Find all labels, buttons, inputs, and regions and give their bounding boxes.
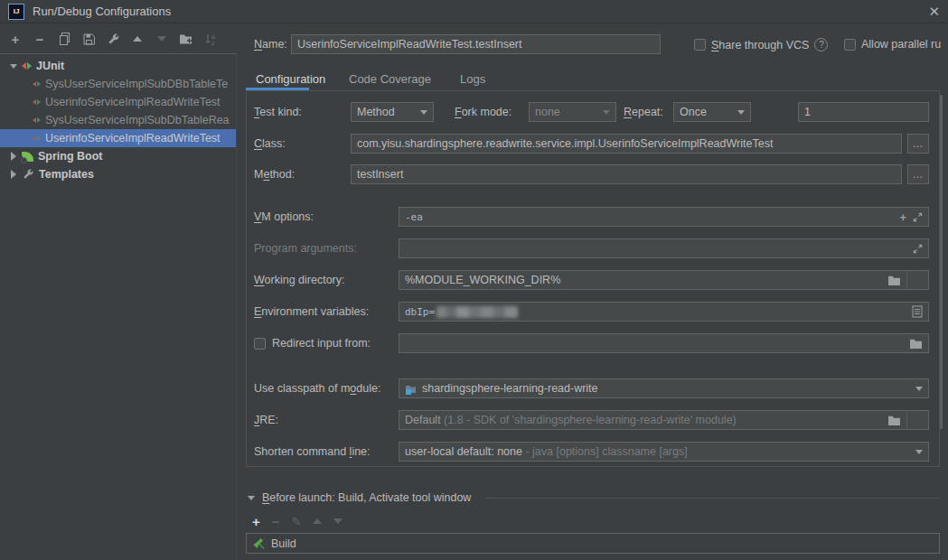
expand-field-icon[interactable] bbox=[913, 212, 923, 222]
save-configuration-icon[interactable] bbox=[81, 32, 96, 46]
tab-logs[interactable]: Logs bbox=[460, 72, 485, 86]
junit-test-icon bbox=[33, 135, 41, 141]
test-kind-label: Test kind: bbox=[254, 102, 302, 122]
expand-field-icon[interactable] bbox=[913, 244, 923, 254]
copy-configuration-icon[interactable] bbox=[57, 32, 71, 46]
templates-wrench-icon bbox=[22, 168, 34, 181]
tree-group-junit[interactable]: JUnit bbox=[0, 57, 236, 75]
junit-test-icon bbox=[33, 117, 41, 123]
environment-variables-label: Environment variables: bbox=[254, 302, 369, 322]
tree-item-configuration[interactable]: UserinfoServiceImplReadWriteTest bbox=[0, 93, 236, 111]
chevron-down-icon bbox=[603, 110, 610, 115]
class-label: Class: bbox=[254, 134, 286, 154]
share-vcs-label: Share through VCS bbox=[711, 39, 809, 51]
tree-item-label: UserinfoServiceImplReadWriteTest bbox=[45, 96, 221, 108]
before-launch-toolbar: + − ✎ bbox=[252, 513, 343, 529]
build-hammer-icon bbox=[252, 537, 266, 550]
browse-variables-icon[interactable] bbox=[912, 305, 923, 318]
fork-mode-select: none bbox=[529, 102, 616, 122]
test-kind-select[interactable]: Method bbox=[351, 102, 434, 122]
collapsed-chevron-icon[interactable] bbox=[11, 170, 16, 179]
section-collapse-icon[interactable] bbox=[248, 496, 255, 500]
class-browse-button[interactable]: … bbox=[907, 134, 929, 154]
program-arguments-input[interactable] bbox=[399, 238, 929, 258]
tree-item-label: SysUserServiceImplSubDBbTableTe bbox=[45, 78, 228, 90]
vm-options-input[interactable]: -ea + bbox=[399, 207, 929, 227]
repeat-count-input[interactable]: 1 bbox=[798, 102, 929, 122]
edit-defaults-wrench-icon[interactable] bbox=[106, 32, 120, 46]
environment-variables-input[interactable]: dbIp= bbox=[399, 302, 929, 322]
redirect-input-field[interactable] bbox=[399, 333, 929, 353]
tree-group-templates[interactable]: Templates bbox=[0, 165, 236, 183]
name-label: Name: bbox=[254, 34, 287, 54]
configurations-tree: JUnit SysUserServiceImplSubDBbTableTe Us… bbox=[0, 53, 237, 560]
allow-parallel-option[interactable]: Allow parallel ru bbox=[844, 38, 941, 51]
collapsed-chevron-icon[interactable] bbox=[11, 152, 16, 161]
dialog-title: Run/Debug Configurations bbox=[33, 5, 171, 18]
edit-task-pencil-icon: ✎ bbox=[292, 515, 302, 528]
jre-dropdown-button[interactable] bbox=[906, 410, 929, 430]
new-folder-icon[interactable] bbox=[179, 32, 193, 46]
working-directory-dropdown-button[interactable] bbox=[906, 270, 929, 290]
classpath-module-select[interactable]: shardingsphere-learning-read-write bbox=[399, 378, 929, 398]
help-icon[interactable]: ? bbox=[814, 38, 828, 51]
junit-icon bbox=[22, 62, 32, 70]
class-input[interactable]: com.yisu.shardingsphere.readwrite.servic… bbox=[351, 134, 902, 154]
chevron-down-icon bbox=[420, 110, 427, 115]
method-label: Method: bbox=[254, 164, 295, 184]
sort-alphabetically-icon[interactable]: az bbox=[203, 32, 218, 46]
move-up-icon[interactable] bbox=[130, 32, 145, 46]
tree-item-configuration-selected[interactable]: UserinfoServiceImplReadWriteTest bbox=[0, 129, 236, 147]
tab-code-coverage[interactable]: Code Coverage bbox=[349, 72, 431, 86]
spring-boot-icon bbox=[22, 152, 33, 162]
move-task-down-icon bbox=[333, 518, 343, 524]
working-directory-label: Working directory: bbox=[254, 270, 345, 290]
before-launch-header[interactable]: Before launch: Build, Activate tool wind… bbox=[248, 489, 940, 507]
add-configuration-button[interactable]: + bbox=[8, 32, 23, 46]
tree-item-label: SysUserServiceImplSubDbTableRea bbox=[45, 114, 230, 126]
redacted-value-blur bbox=[436, 306, 518, 318]
shorten-command-line-select[interactable]: user-local default: none - java [options… bbox=[399, 442, 929, 462]
add-vm-option-icon[interactable]: + bbox=[899, 211, 906, 223]
tree-item-configuration[interactable]: SysUserServiceImplSubDBbTableTe bbox=[0, 75, 236, 93]
jre-select[interactable]: Default (1.8 - SDK of 'shardingsphere-le… bbox=[399, 410, 907, 430]
tree-group-label: JUnit bbox=[36, 60, 64, 72]
method-browse-button[interactable]: … bbox=[907, 164, 929, 184]
move-task-up-icon bbox=[313, 518, 322, 524]
redirect-input-checkbox[interactable] bbox=[254, 338, 266, 350]
add-task-button[interactable]: + bbox=[252, 515, 260, 528]
tree-group-spring-boot[interactable]: Spring Boot bbox=[0, 147, 236, 165]
folder-icon[interactable] bbox=[909, 338, 923, 349]
working-directory-input[interactable]: %MODULE_WORKING_DIR% bbox=[399, 270, 907, 290]
section-separator bbox=[485, 498, 940, 499]
intellij-logo-icon: IJ bbox=[8, 4, 24, 20]
before-launch-task-build[interactable]: Build bbox=[246, 533, 940, 554]
tab-configuration[interactable]: Configuration bbox=[256, 72, 325, 86]
tree-item-configuration[interactable]: SysUserServiceImplSubDbTableRea bbox=[0, 111, 236, 129]
redirect-input-label: Redirect input from: bbox=[272, 337, 371, 350]
share-vcs-option[interactable]: Share through VCS ? bbox=[694, 38, 828, 51]
share-vcs-checkbox[interactable] bbox=[694, 39, 706, 51]
close-icon[interactable]: ✕ bbox=[928, 5, 940, 18]
svg-text:z: z bbox=[211, 40, 215, 46]
name-input[interactable]: UserinfoServiceImplReadWriteTest.testIns… bbox=[291, 34, 661, 54]
module-icon bbox=[405, 383, 417, 395]
vertical-scrollbar[interactable] bbox=[940, 95, 943, 429]
jre-label: JRE: bbox=[254, 410, 278, 430]
repeat-select[interactable]: Once bbox=[673, 102, 751, 122]
remove-configuration-button[interactable]: − bbox=[33, 32, 47, 46]
expanded-chevron-icon[interactable] bbox=[10, 64, 17, 69]
folder-icon[interactable] bbox=[887, 415, 901, 425]
run-debug-configurations-dialog: IJ Run/Debug Configurations ✕ + − az JUn… bbox=[0, 0, 948, 560]
repeat-label: Repeat: bbox=[624, 102, 663, 122]
title-bar: IJ Run/Debug Configurations ✕ bbox=[0, 0, 948, 23]
junit-test-icon bbox=[33, 81, 41, 87]
task-label: Build bbox=[271, 537, 296, 550]
shorten-command-line-label: Shorten command line: bbox=[254, 442, 371, 462]
method-input[interactable]: testInsert bbox=[351, 164, 902, 184]
folder-icon[interactable] bbox=[887, 275, 901, 285]
allow-parallel-checkbox[interactable] bbox=[844, 39, 856, 51]
move-down-icon bbox=[155, 32, 169, 46]
redirect-input-option[interactable]: Redirect input from: bbox=[254, 337, 371, 350]
chevron-down-icon bbox=[915, 387, 923, 391]
